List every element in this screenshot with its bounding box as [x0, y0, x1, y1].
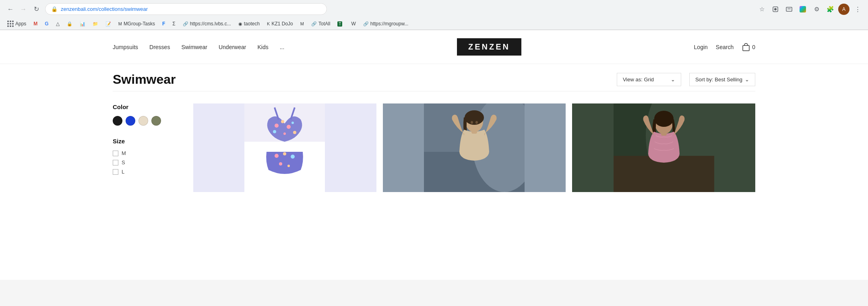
size-option-M[interactable]: M	[113, 150, 181, 156]
refresh-button[interactable]: ↻	[31, 4, 42, 15]
bookmark-bf[interactable]: F	[160, 20, 167, 27]
bookmark-wp[interactable]: W	[349, 20, 358, 27]
color-swatch-blue[interactable]	[126, 116, 135, 126]
profile-avatar[interactable]: A	[838, 4, 849, 15]
svg-point-26	[465, 110, 484, 125]
site-logo[interactable]: ZENZEN	[457, 38, 521, 56]
svg-point-34	[654, 111, 674, 127]
search-button[interactable]: Search	[716, 44, 734, 50]
ext1-icon: 🔒	[67, 21, 72, 27]
nav-buttons: ← → ↻	[5, 4, 42, 15]
nav-jumpsuits[interactable]: Jumpsuits	[113, 44, 138, 50]
apps-grid-icon	[7, 21, 14, 27]
browser-chrome: ← → ↻ 🔒 zenzenbali.com/collections/swimw…	[0, 0, 868, 30]
cart-icon[interactable]: 0	[742, 43, 755, 52]
color-swatch-black[interactable]	[113, 116, 122, 126]
nav-more[interactable]: ...	[280, 44, 285, 50]
product-card-3[interactable]	[572, 103, 755, 192]
bookmark-google[interactable]: G	[42, 20, 51, 27]
url-display: zenzenbali.com/collections/swimwear	[61, 6, 321, 12]
login-button[interactable]: Login	[694, 44, 708, 50]
nav-underwear[interactable]: Underwear	[219, 44, 246, 50]
settings-btn[interactable]: ⚙	[811, 4, 822, 15]
bookmark-cms[interactable]: 🔗 https://cms.lvbs.c...	[180, 20, 234, 27]
product-card-1[interactable]	[193, 103, 376, 192]
svg-point-29	[475, 121, 478, 124]
size-filter-title: Size	[113, 138, 181, 145]
tab-search-btn[interactable]	[783, 4, 795, 15]
nav-dresses[interactable]: Dresses	[149, 44, 170, 50]
size-option-S[interactable]: S	[113, 159, 181, 165]
taotech-icon: ◉	[238, 21, 242, 27]
svg-point-11	[273, 130, 276, 133]
lock-icon: 🔒	[51, 6, 58, 12]
svg-point-19	[279, 162, 282, 165]
bookmark-taotech[interactable]: ◉ taotech	[236, 20, 262, 27]
svg-rect-35	[661, 131, 667, 136]
cart-count: 0	[752, 44, 755, 50]
sidebar-filters: Color Size M S	[113, 103, 193, 192]
chevron-down-icon-sort: ⌄	[745, 76, 749, 83]
bookmark-ext4[interactable]: 📝	[103, 21, 114, 27]
page-header: Swimwear View as: Grid ⌄ Sort by: Best S…	[0, 64, 868, 91]
bookmark-apps[interactable]: Apps	[5, 20, 29, 28]
main-content: Color Size M S	[0, 91, 868, 204]
extension-btn-1[interactable]	[770, 4, 781, 15]
bookmark-drive[interactable]: △	[54, 20, 62, 27]
svg-point-12	[293, 131, 296, 134]
mgroup3-icon: 🔗	[311, 21, 317, 27]
page-title: Swimwear	[113, 72, 176, 87]
bookmark-mgroup4[interactable]: 🔗 https://mgroupw...	[361, 20, 411, 27]
color-swatch-beige[interactable]	[138, 116, 148, 126]
svg-point-13	[283, 132, 286, 135]
address-bar[interactable]: 🔒 zenzenbali.com/collections/swimwear	[45, 3, 327, 15]
svg-point-1	[774, 8, 777, 10]
bookmark-mgroup3[interactable]: 🔗 TotAll	[309, 20, 333, 27]
product-image-3	[572, 103, 755, 192]
ext4-icon: 📝	[105, 21, 111, 27]
view-dropdown[interactable]: View as: Grid ⌄	[617, 73, 681, 86]
bookmark-mgroup-tasks[interactable]: M MGroup-Tasks	[116, 20, 157, 27]
size-checkbox-S[interactable]	[113, 160, 118, 165]
site-navigation: Jumpsuits Dresses Swimwear Underwear Kid…	[113, 44, 284, 50]
svg-point-17	[283, 152, 286, 155]
product-card-2[interactable]	[383, 103, 566, 192]
ext2-icon: 📊	[80, 21, 85, 27]
menu-btn[interactable]: ⋮	[852, 4, 863, 15]
model-beige-svg	[424, 103, 525, 192]
model-pink-svg	[614, 103, 714, 192]
bookmark-apps-label: Apps	[15, 21, 26, 27]
forward-button[interactable]: →	[18, 4, 29, 15]
nav-swimwear[interactable]: Swimwear	[181, 44, 207, 50]
size-checkbox-M[interactable]	[113, 151, 118, 156]
bookmark-ext3[interactable]: 📁	[90, 21, 101, 27]
size-checkbox-L[interactable]	[113, 169, 118, 175]
bookmark-ext1[interactable]: 🔒	[64, 21, 75, 27]
color-picker-btn[interactable]	[797, 4, 808, 15]
size-option-L[interactable]: L	[113, 169, 181, 175]
svg-rect-21	[244, 142, 325, 152]
bookmark-kz1[interactable]: K KZ1 DoJo	[265, 20, 296, 27]
bookmark-gmail[interactable]: M	[31, 20, 40, 27]
sort-dropdown[interactable]: Sort by: Best Selling ⌄	[689, 73, 755, 86]
back-button[interactable]: ←	[5, 4, 16, 15]
bookmark-totall[interactable]: T	[335, 21, 346, 27]
bookmark-ext2[interactable]: 📊	[77, 21, 88, 27]
product-grid	[193, 103, 755, 192]
color-swatch-olive[interactable]	[151, 116, 161, 126]
logo-text: ZENZEN	[457, 38, 521, 56]
floral-swimsuit-svg	[244, 103, 325, 192]
chevron-down-icon: ⌄	[671, 76, 675, 83]
view-sort-controls: View as: Grid ⌄ Sort by: Best Selling ⌄	[617, 73, 755, 86]
product-image-2	[383, 103, 566, 192]
nav-kids[interactable]: Kids	[257, 44, 268, 50]
size-filter: Size M S L	[113, 138, 181, 175]
extensions-btn[interactable]: 🧩	[825, 4, 836, 15]
svg-point-28	[471, 121, 473, 124]
color-filter-title: Color	[113, 103, 181, 110]
product-image-1	[193, 103, 376, 192]
star-button[interactable]: ☆	[756, 4, 767, 15]
sigma-icon: Σ	[172, 21, 175, 27]
bookmark-sigma[interactable]: Σ	[170, 20, 178, 27]
bookmark-mgroup2[interactable]: M	[298, 21, 306, 27]
